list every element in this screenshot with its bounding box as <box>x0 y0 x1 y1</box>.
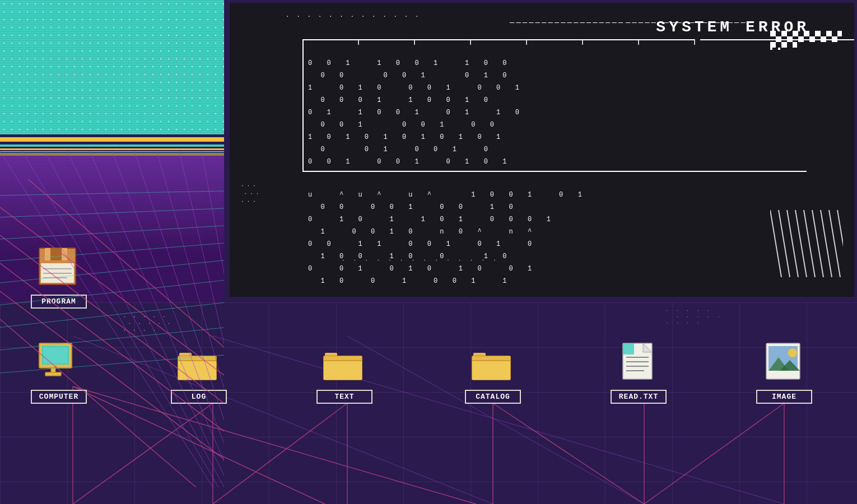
terminal-dots-tl: · · · · · · · · · · · · · <box>286 13 421 20</box>
svg-line-17 <box>179 151 224 487</box>
svg-line-23 <box>0 319 196 487</box>
binary-block-lower: u ^ u ^ u ^ 1 0 0 1 0 1 0 0 0 0 1 0 0 1 … <box>308 176 584 297</box>
readtxt-graphic <box>613 336 664 386</box>
svg-rect-101 <box>623 343 634 354</box>
left-panel <box>0 0 224 504</box>
readtxt-icon <box>616 340 661 382</box>
binary-block-upper: 0 0 1 1 0 0 1 1 0 0 0 0 0 0 1 0 1 0 1 0 … <box>308 45 521 180</box>
svg-line-0 <box>0 190 224 196</box>
text-icon <box>322 340 367 382</box>
image-label: IMAGE <box>756 390 812 404</box>
svg-line-5 <box>0 277 224 308</box>
svg-line-1 <box>0 207 224 218</box>
text-label: TEXT <box>316 390 372 404</box>
svg-line-6 <box>0 300 224 330</box>
text-graphic <box>319 336 370 386</box>
svg-rect-34 <box>793 31 798 36</box>
svg-rect-87 <box>324 360 362 380</box>
icon-text[interactable]: TEXT <box>316 336 372 404</box>
svg-line-12 <box>67 151 224 487</box>
svg-rect-43 <box>821 36 826 42</box>
svg-rect-92 <box>472 360 510 380</box>
svg-line-7 <box>0 325 224 353</box>
svg-rect-40 <box>787 36 793 42</box>
svg-rect-48 <box>770 48 772 50</box>
svg-line-4 <box>0 258 224 286</box>
svg-rect-47 <box>793 42 797 48</box>
svg-line-10 <box>22 151 218 487</box>
svg-rect-41 <box>798 36 804 42</box>
svg-rect-35 <box>804 31 809 36</box>
icon-image[interactable]: IMAGE <box>756 336 812 404</box>
svg-rect-37 <box>826 31 832 36</box>
svg-line-9 <box>0 151 213 487</box>
svg-rect-44 <box>832 36 837 42</box>
dot-cluster-2: · · · · · · · · · · · · · · <box>666 308 723 326</box>
dot-grid <box>0 0 224 146</box>
readtxt-label: READ.TXT <box>611 390 667 404</box>
checker-pattern-tr <box>770 31 843 56</box>
catalog-label: CATALOG <box>465 390 521 404</box>
terminal-screen: SYSTEM ERROR · · · · · · · · · · · · · 0… <box>230 3 854 297</box>
perspective-grid <box>0 151 224 487</box>
image-icon <box>762 340 807 382</box>
svg-rect-88 <box>324 356 362 361</box>
left-edge-dots: · · · · · · · · · <box>241 182 259 206</box>
diagonal-pattern-br <box>770 210 843 280</box>
svg-rect-93 <box>472 356 510 361</box>
svg-rect-39 <box>776 36 781 42</box>
svg-line-13 <box>90 151 224 487</box>
v-line-left <box>302 39 304 171</box>
scatter-dots: · · · · · · · · · · · · · · <box>342 258 499 263</box>
title-dashes: ────────────────── <box>510 18 625 27</box>
svg-rect-33 <box>781 31 787 36</box>
icon-catalog[interactable]: CATALOG <box>465 336 521 404</box>
catalog-icon <box>471 340 515 382</box>
svg-rect-32 <box>770 31 776 36</box>
svg-point-106 <box>788 348 797 357</box>
image-graphic <box>759 336 809 386</box>
svg-rect-49 <box>778 48 780 50</box>
svg-rect-36 <box>815 31 821 36</box>
catalog-graphic <box>468 336 518 386</box>
svg-rect-42 <box>809 36 815 42</box>
icon-readtxt[interactable]: READ.TXT <box>611 336 667 404</box>
svg-line-22 <box>0 291 224 459</box>
svg-rect-46 <box>781 42 787 48</box>
svg-rect-45 <box>770 42 776 48</box>
svg-line-21 <box>0 263 224 431</box>
svg-rect-38 <box>837 31 842 36</box>
svg-line-14 <box>112 151 224 487</box>
title-dashes-after: ──────────────────── <box>626 18 753 27</box>
